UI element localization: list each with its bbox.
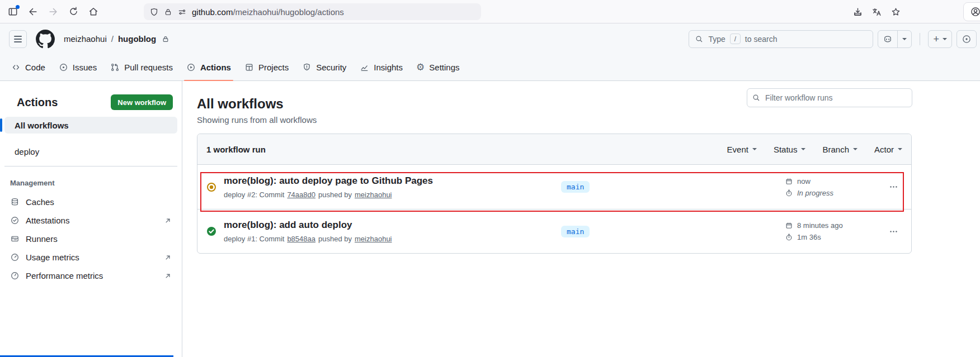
run-options-button[interactable] bbox=[884, 222, 902, 240]
projects-table-icon bbox=[244, 63, 254, 72]
copilot-dropdown-caret[interactable] bbox=[897, 31, 911, 47]
reload-icon bbox=[68, 6, 79, 17]
runs-table-header: 1 workflow run Event Status Branch Actor bbox=[197, 134, 911, 165]
chevron-down-icon bbox=[898, 148, 902, 150]
tab-projects[interactable]: Projects bbox=[238, 54, 295, 80]
workflow-run-row[interactable]: more(blog): auto deploy page to Github P… bbox=[197, 165, 911, 209]
sidebar-item-all-workflows[interactable]: All workflows bbox=[4, 117, 177, 134]
star-icon bbox=[891, 7, 901, 17]
sidebar-title: Actions bbox=[17, 96, 58, 109]
verified-badge-icon bbox=[10, 216, 20, 225]
breadcrumb-repo-link[interactable]: hugoblog bbox=[118, 34, 156, 44]
status-filter-dropdown[interactable]: Status bbox=[774, 145, 806, 154]
home-icon bbox=[88, 6, 99, 17]
sidebar-divider bbox=[4, 166, 177, 166]
downloads-button[interactable] bbox=[849, 3, 866, 20]
run-options-button[interactable] bbox=[884, 178, 902, 196]
account-icon bbox=[970, 6, 980, 17]
back-button[interactable] bbox=[25, 3, 41, 20]
meter-icon bbox=[10, 253, 20, 262]
actions-sidebar: Actions New workflow All workflows deplo… bbox=[0, 81, 182, 357]
tab-actions[interactable]: Actions bbox=[180, 54, 238, 80]
chevron-down-icon bbox=[752, 148, 757, 150]
shield-icon[interactable] bbox=[149, 7, 159, 17]
repo-navigation: Code Issues Pull requests Actions Projec… bbox=[0, 54, 980, 81]
workflow-run-row[interactable]: more(blog): add auto deploy deploy #1: C… bbox=[197, 209, 911, 253]
external-link-icon bbox=[164, 217, 172, 225]
tab-issues[interactable]: Issues bbox=[52, 54, 103, 80]
run-description: deploy #1: Commit b8548aa pushed by meiz… bbox=[224, 235, 561, 243]
global-menu-button[interactable] bbox=[9, 30, 27, 48]
sidebar-item-caches[interactable]: Caches bbox=[4, 193, 177, 211]
sidebar-item-attestations[interactable]: Attestations bbox=[4, 211, 177, 230]
graph-icon bbox=[360, 63, 369, 72]
actions-play-icon bbox=[186, 63, 196, 72]
global-search-button[interactable]: Type / to search bbox=[689, 30, 873, 48]
management-section-title: Management bbox=[10, 179, 173, 187]
translate-button[interactable] bbox=[868, 3, 885, 20]
run-description: deploy #2: Commit 74aa8d0 pushed by meiz… bbox=[224, 191, 561, 199]
create-new-caret-icon bbox=[943, 38, 947, 40]
shield-check-icon bbox=[302, 63, 312, 72]
tab-settings[interactable]: ⚙ Settings bbox=[409, 54, 466, 80]
new-workflow-button[interactable]: New workflow bbox=[111, 94, 173, 110]
performance-meter-icon bbox=[10, 271, 20, 280]
breadcrumb-owner-link[interactable]: meizhaohui bbox=[64, 34, 107, 44]
permissions-icon[interactable] bbox=[177, 7, 187, 17]
page-subtitle: Showing runs from all workflows bbox=[197, 115, 980, 126]
tab-insights[interactable]: Insights bbox=[353, 54, 409, 80]
tab-security[interactable]: Security bbox=[295, 54, 353, 80]
gear-icon: ⚙ bbox=[416, 63, 425, 72]
filter-workflow-runs-input[interactable] bbox=[747, 88, 912, 107]
url-text: github.com/meizhaohui/hugoblog/actions bbox=[192, 7, 344, 17]
browser-tabs-sidebar-button[interactable] bbox=[4, 3, 21, 20]
slash-key-hint: / bbox=[730, 34, 741, 44]
tab-code[interactable]: Code bbox=[4, 54, 52, 80]
event-filter-dropdown[interactable]: Event bbox=[727, 145, 757, 154]
tab-pull-requests[interactable]: Pull requests bbox=[103, 54, 180, 80]
copilot-button[interactable] bbox=[878, 30, 912, 48]
in-progress-icon bbox=[206, 182, 216, 192]
chevron-down-icon bbox=[801, 148, 805, 150]
run-title-link[interactable]: more(blog): auto deploy page to Github P… bbox=[224, 175, 433, 186]
branch-filter-dropdown[interactable]: Branch bbox=[822, 145, 858, 154]
private-repo-lock-icon bbox=[162, 35, 169, 43]
filter-search-icon bbox=[752, 93, 761, 102]
search-icon bbox=[695, 35, 704, 44]
chevron-down-icon bbox=[853, 148, 858, 150]
actor-filter-dropdown[interactable]: Actor bbox=[874, 145, 902, 154]
github-header: meizhaohui / hugoblog Type / to search + bbox=[0, 23, 980, 54]
address-bar[interactable]: github.com/meizhaohui/hugoblog/actions bbox=[144, 3, 481, 20]
branch-badge[interactable]: main bbox=[561, 181, 590, 193]
stopwatch-icon bbox=[785, 189, 793, 197]
github-logo-icon[interactable] bbox=[36, 30, 55, 49]
author-link[interactable]: meizhaohui bbox=[355, 235, 392, 243]
sidebar-item-deploy-workflow[interactable]: deploy bbox=[4, 144, 177, 159]
run-title-link[interactable]: more(blog): add auto deploy bbox=[224, 220, 352, 230]
cache-icon bbox=[10, 197, 20, 207]
commit-link[interactable]: 74aa8d0 bbox=[287, 191, 315, 199]
sidebar-item-usage-metrics[interactable]: Usage metrics bbox=[4, 248, 177, 266]
sidebar-item-runners[interactable]: Runners bbox=[4, 230, 177, 248]
main-content: All workflows Showing runs from all work… bbox=[182, 81, 980, 357]
issues-dashboard-button[interactable] bbox=[957, 30, 977, 48]
download-tray-icon bbox=[852, 7, 863, 17]
run-time-label: 8 minutes ago bbox=[797, 221, 843, 230]
branch-badge[interactable]: main bbox=[561, 226, 590, 237]
commit-link[interactable]: b8548aa bbox=[287, 235, 315, 243]
reload-button[interactable] bbox=[65, 3, 82, 20]
browser-account-button[interactable] bbox=[963, 2, 980, 21]
back-arrow-icon bbox=[27, 6, 39, 17]
kebab-icon bbox=[889, 227, 898, 236]
forward-button[interactable] bbox=[45, 3, 62, 20]
create-new-button[interactable]: + bbox=[928, 30, 952, 48]
home-button[interactable] bbox=[85, 3, 102, 20]
plus-icon: + bbox=[933, 34, 939, 44]
run-time-label: now bbox=[797, 177, 811, 185]
bookmark-star-button[interactable] bbox=[887, 3, 904, 20]
lock-icon[interactable] bbox=[164, 8, 172, 16]
copilot-icon bbox=[878, 31, 897, 47]
author-link[interactable]: meizhaohui bbox=[355, 191, 392, 199]
selected-indicator-bar bbox=[0, 118, 2, 132]
sidebar-item-performance-metrics[interactable]: Performance metrics bbox=[4, 266, 177, 285]
